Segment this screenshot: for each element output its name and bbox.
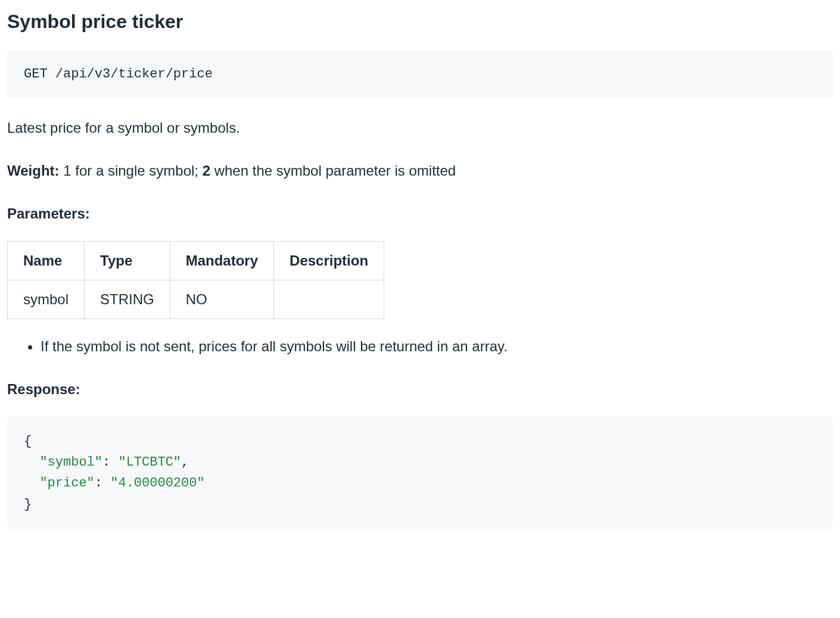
parameters-table: Name Type Mandatory Description symbol S…	[7, 241, 384, 319]
weight-bold-2: 2	[203, 163, 210, 179]
json-key: "symbol"	[39, 455, 102, 470]
weight-text-1: 1 for a single symbol;	[60, 163, 203, 179]
response-label: Response:	[7, 379, 833, 400]
json-key: "price"	[39, 476, 94, 491]
param-type: STRING	[85, 280, 170, 319]
endpoint-description: Latest price for a symbol or symbols.	[7, 117, 833, 139]
weight-line: Weight: 1 for a single symbol; 2 when th…	[7, 160, 833, 182]
section-title: Symbol price ticker	[7, 7, 833, 36]
notes-list: If the symbol is not sent, prices for al…	[7, 336, 833, 357]
json-brace-close: }	[24, 497, 32, 512]
parameters-label: Parameters:	[7, 203, 833, 224]
table-row: symbol STRING NO	[8, 280, 384, 319]
weight-label: Weight:	[7, 163, 60, 179]
table-header-type: Type	[85, 242, 170, 280]
json-value: "4.00000200"	[110, 476, 204, 491]
json-colon: :	[102, 455, 118, 470]
json-brace-open: {	[24, 434, 32, 449]
param-mandatory: NO	[170, 280, 273, 319]
weight-text-2: when the symbol parameter is omitted	[210, 163, 456, 179]
table-header-mandatory: Mandatory	[170, 242, 273, 280]
table-header-row: Name Type Mandatory Description	[8, 242, 384, 280]
table-header-description: Description	[274, 242, 384, 280]
json-comma: ,	[181, 455, 189, 470]
json-value: "LTCBTC"	[118, 455, 181, 470]
param-name: symbol	[8, 280, 85, 319]
param-description	[274, 280, 384, 319]
response-code-block: { "symbol": "LTCBTC", "price": "4.000002…	[7, 417, 833, 529]
table-header-name: Name	[8, 242, 85, 280]
json-colon: :	[95, 476, 110, 491]
endpoint-code-block: GET /api/v3/ticker/price	[7, 50, 833, 98]
list-item: If the symbol is not sent, prices for al…	[41, 336, 833, 357]
